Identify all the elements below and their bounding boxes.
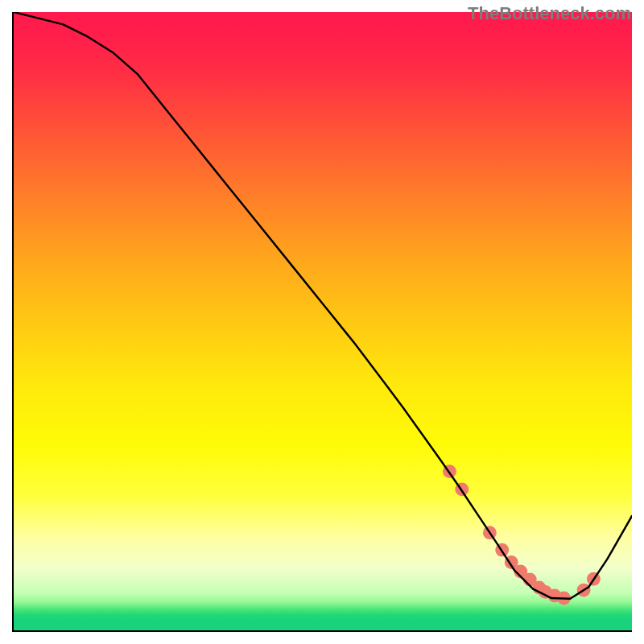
trough-markers (443, 464, 601, 605)
watermark-text: TheBottleneck.com (468, 3, 631, 24)
bottleneck-curve (14, 12, 632, 599)
curve-layer (14, 12, 632, 630)
chart-container: TheBottleneck.com (0, 0, 644, 644)
plot-area (12, 12, 632, 632)
